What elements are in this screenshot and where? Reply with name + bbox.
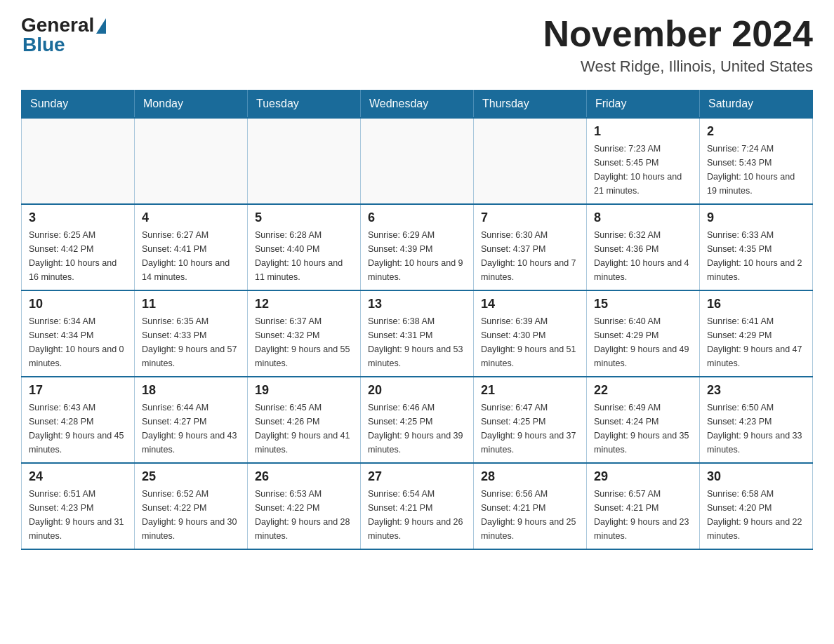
day-number: 11 xyxy=(142,297,240,311)
calendar-cell: 19Sunrise: 6:45 AMSunset: 4:26 PMDayligh… xyxy=(248,377,361,463)
calendar-cell: 9Sunrise: 6:33 AMSunset: 4:35 PMDaylight… xyxy=(700,204,813,290)
calendar-cell: 5Sunrise: 6:28 AMSunset: 4:40 PMDaylight… xyxy=(248,204,361,290)
day-number: 5 xyxy=(255,210,353,225)
logo-triangle-icon xyxy=(96,18,106,34)
calendar-cell: 28Sunrise: 6:56 AMSunset: 4:21 PMDayligh… xyxy=(474,463,587,549)
day-info: Sunrise: 6:46 AMSunset: 4:25 PMDaylight:… xyxy=(368,401,466,457)
calendar-cell: 23Sunrise: 6:50 AMSunset: 4:23 PMDayligh… xyxy=(700,377,813,463)
day-info: Sunrise: 6:34 AMSunset: 4:34 PMDaylight:… xyxy=(29,314,127,370)
day-info: Sunrise: 6:43 AMSunset: 4:28 PMDaylight:… xyxy=(29,401,127,457)
day-number: 18 xyxy=(142,383,240,398)
day-number: 20 xyxy=(368,383,466,398)
calendar-day-header: Tuesday xyxy=(248,90,361,119)
calendar-cell: 7Sunrise: 6:30 AMSunset: 4:37 PMDaylight… xyxy=(474,204,587,290)
calendar-day-header: Wednesday xyxy=(361,90,474,119)
day-info: Sunrise: 6:50 AMSunset: 4:23 PMDaylight:… xyxy=(707,401,805,457)
day-info: Sunrise: 6:35 AMSunset: 4:33 PMDaylight:… xyxy=(142,314,240,370)
calendar-cell: 8Sunrise: 6:32 AMSunset: 4:36 PMDaylight… xyxy=(587,204,700,290)
day-info: Sunrise: 6:37 AMSunset: 4:32 PMDaylight:… xyxy=(255,314,353,370)
calendar-day-header: Saturday xyxy=(700,90,813,119)
calendar-week-row: 24Sunrise: 6:51 AMSunset: 4:23 PMDayligh… xyxy=(22,463,813,549)
day-info: Sunrise: 6:33 AMSunset: 4:35 PMDaylight:… xyxy=(707,228,805,284)
day-info: Sunrise: 7:23 AMSunset: 5:45 PMDaylight:… xyxy=(594,142,692,198)
calendar-cell xyxy=(361,118,474,204)
calendar-cell: 26Sunrise: 6:53 AMSunset: 4:22 PMDayligh… xyxy=(248,463,361,549)
calendar-cell: 1Sunrise: 7:23 AMSunset: 5:45 PMDaylight… xyxy=(587,118,700,204)
calendar-week-row: 10Sunrise: 6:34 AMSunset: 4:34 PMDayligh… xyxy=(22,290,813,377)
calendar-day-header: Thursday xyxy=(474,90,587,119)
calendar-cell xyxy=(22,118,135,204)
calendar-table: SundayMondayTuesdayWednesdayThursdayFrid… xyxy=(21,90,813,550)
day-number: 15 xyxy=(594,297,692,311)
calendar-cell: 14Sunrise: 6:39 AMSunset: 4:30 PMDayligh… xyxy=(474,290,587,377)
calendar-cell: 6Sunrise: 6:29 AMSunset: 4:39 PMDaylight… xyxy=(361,204,474,290)
day-info: Sunrise: 6:54 AMSunset: 4:21 PMDaylight:… xyxy=(368,487,466,543)
day-number: 12 xyxy=(255,297,353,311)
calendar-cell: 3Sunrise: 6:25 AMSunset: 4:42 PMDaylight… xyxy=(22,204,135,290)
day-info: Sunrise: 6:51 AMSunset: 4:23 PMDaylight:… xyxy=(29,487,127,543)
day-info: Sunrise: 6:57 AMSunset: 4:21 PMDaylight:… xyxy=(594,487,692,543)
calendar-cell: 27Sunrise: 6:54 AMSunset: 4:21 PMDayligh… xyxy=(361,463,474,549)
day-number: 23 xyxy=(707,383,805,398)
day-info: Sunrise: 6:49 AMSunset: 4:24 PMDaylight:… xyxy=(594,401,692,457)
day-number: 13 xyxy=(368,297,466,311)
day-number: 14 xyxy=(481,297,579,311)
calendar-cell: 12Sunrise: 6:37 AMSunset: 4:32 PMDayligh… xyxy=(248,290,361,377)
calendar-cell: 2Sunrise: 7:24 AMSunset: 5:43 PMDaylight… xyxy=(700,118,813,204)
day-info: Sunrise: 6:44 AMSunset: 4:27 PMDaylight:… xyxy=(142,401,240,457)
page-header: General Blue November 2024 West Ridge, I… xyxy=(21,14,813,76)
calendar-cell: 21Sunrise: 6:47 AMSunset: 4:25 PMDayligh… xyxy=(474,377,587,463)
calendar-header-row: SundayMondayTuesdayWednesdayThursdayFrid… xyxy=(22,90,813,119)
day-info: Sunrise: 6:58 AMSunset: 4:20 PMDaylight:… xyxy=(707,487,805,543)
calendar-cell: 29Sunrise: 6:57 AMSunset: 4:21 PMDayligh… xyxy=(587,463,700,549)
calendar-cell: 22Sunrise: 6:49 AMSunset: 4:24 PMDayligh… xyxy=(587,377,700,463)
day-number: 24 xyxy=(29,469,127,484)
month-title: November 2024 xyxy=(543,14,813,54)
day-info: Sunrise: 6:32 AMSunset: 4:36 PMDaylight:… xyxy=(594,228,692,284)
day-number: 29 xyxy=(594,469,692,484)
calendar-cell: 18Sunrise: 6:44 AMSunset: 4:27 PMDayligh… xyxy=(135,377,248,463)
logo-blue-text: Blue xyxy=(22,34,65,56)
day-number: 25 xyxy=(142,469,240,484)
calendar-cell: 4Sunrise: 6:27 AMSunset: 4:41 PMDaylight… xyxy=(135,204,248,290)
day-number: 8 xyxy=(594,210,692,225)
day-number: 19 xyxy=(255,383,353,398)
calendar-cell: 10Sunrise: 6:34 AMSunset: 4:34 PMDayligh… xyxy=(22,290,135,377)
day-number: 7 xyxy=(481,210,579,225)
calendar-week-row: 3Sunrise: 6:25 AMSunset: 4:42 PMDaylight… xyxy=(22,204,813,290)
day-number: 17 xyxy=(29,383,127,398)
day-info: Sunrise: 6:41 AMSunset: 4:29 PMDaylight:… xyxy=(707,314,805,370)
day-info: Sunrise: 6:25 AMSunset: 4:42 PMDaylight:… xyxy=(29,228,127,284)
day-info: Sunrise: 6:56 AMSunset: 4:21 PMDaylight:… xyxy=(481,487,579,543)
day-number: 28 xyxy=(481,469,579,484)
day-number: 1 xyxy=(594,124,692,139)
day-info: Sunrise: 6:47 AMSunset: 4:25 PMDaylight:… xyxy=(481,401,579,457)
calendar-cell: 30Sunrise: 6:58 AMSunset: 4:20 PMDayligh… xyxy=(700,463,813,549)
day-number: 9 xyxy=(707,210,805,225)
calendar-cell: 16Sunrise: 6:41 AMSunset: 4:29 PMDayligh… xyxy=(700,290,813,377)
location-title: West Ridge, Illinois, United States xyxy=(543,58,813,76)
calendar-cell: 17Sunrise: 6:43 AMSunset: 4:28 PMDayligh… xyxy=(22,377,135,463)
day-number: 27 xyxy=(368,469,466,484)
calendar-cell: 15Sunrise: 6:40 AMSunset: 4:29 PMDayligh… xyxy=(587,290,700,377)
calendar-day-header: Friday xyxy=(587,90,700,119)
calendar-cell: 13Sunrise: 6:38 AMSunset: 4:31 PMDayligh… xyxy=(361,290,474,377)
day-number: 16 xyxy=(707,297,805,311)
calendar-cell: 11Sunrise: 6:35 AMSunset: 4:33 PMDayligh… xyxy=(135,290,248,377)
logo: General Blue xyxy=(21,14,106,56)
calendar-cell xyxy=(248,118,361,204)
day-info: Sunrise: 6:45 AMSunset: 4:26 PMDaylight:… xyxy=(255,401,353,457)
calendar-day-header: Sunday xyxy=(22,90,135,119)
day-info: Sunrise: 6:29 AMSunset: 4:39 PMDaylight:… xyxy=(368,228,466,284)
day-info: Sunrise: 6:39 AMSunset: 4:30 PMDaylight:… xyxy=(481,314,579,370)
day-info: Sunrise: 6:28 AMSunset: 4:40 PMDaylight:… xyxy=(255,228,353,284)
calendar-cell: 24Sunrise: 6:51 AMSunset: 4:23 PMDayligh… xyxy=(22,463,135,549)
day-info: Sunrise: 7:24 AMSunset: 5:43 PMDaylight:… xyxy=(707,142,805,198)
calendar-cell xyxy=(474,118,587,204)
day-number: 26 xyxy=(255,469,353,484)
day-number: 10 xyxy=(29,297,127,311)
calendar-cell xyxy=(135,118,248,204)
day-number: 22 xyxy=(594,383,692,398)
calendar-day-header: Monday xyxy=(135,90,248,119)
day-info: Sunrise: 6:52 AMSunset: 4:22 PMDaylight:… xyxy=(142,487,240,543)
